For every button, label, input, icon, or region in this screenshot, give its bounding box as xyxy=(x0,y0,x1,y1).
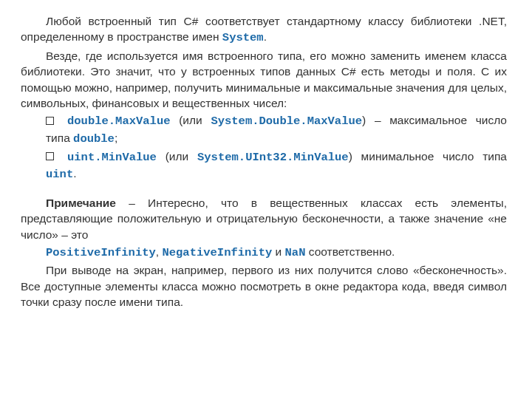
text: ) минимальное число типа xyxy=(349,150,507,163)
text: ; xyxy=(115,132,117,144)
text: . xyxy=(264,30,267,43)
code-double: double xyxy=(73,132,115,146)
bullet-icon xyxy=(46,152,54,160)
code-uint: uint xyxy=(46,168,73,181)
document-body: Любой встроенный тип C# соответствует ст… xyxy=(0,0,532,310)
text: . xyxy=(73,167,76,180)
bullet-uint-min: uint.MinValue (или System.UInt32.MinValu… xyxy=(21,149,507,183)
text: (или xyxy=(157,150,197,163)
text: и xyxy=(272,245,284,258)
code-pos-inf: PositiveInfinity xyxy=(46,246,156,259)
paragraph-intro: Любой встроенный тип C# соответствует ст… xyxy=(21,13,507,47)
code-nan: NaN xyxy=(285,246,306,259)
paragraph-output: При выводе на экран, например, первого и… xyxy=(21,262,507,310)
paragraph-explain: Везде, где используется имя встроенного … xyxy=(21,48,507,112)
code-neg-inf: NegativeInfinity xyxy=(162,246,272,259)
text: (или xyxy=(171,114,211,126)
code-system-uint32-min: System.UInt32.MinValue xyxy=(197,151,349,164)
code-double-max: double.MaxValue xyxy=(67,115,171,128)
code-uint-min: uint.MinValue xyxy=(67,151,157,164)
bullet-double-max: double.MaxValue (или System.Double.MaxVa… xyxy=(21,112,507,147)
spacer xyxy=(21,185,507,195)
note-label: Примечание xyxy=(46,197,116,209)
paragraph-note: Примечание – Интересно, что в вещественн… xyxy=(21,195,507,242)
code-system: System xyxy=(222,31,264,44)
paragraph-infinity: PositiveInfinity, NegativeInfinity и NaN… xyxy=(21,244,507,261)
text: соответственно. xyxy=(305,245,395,258)
code-system-double-max: System.Double.MaxValue xyxy=(211,115,362,128)
bullet-icon xyxy=(46,117,54,125)
